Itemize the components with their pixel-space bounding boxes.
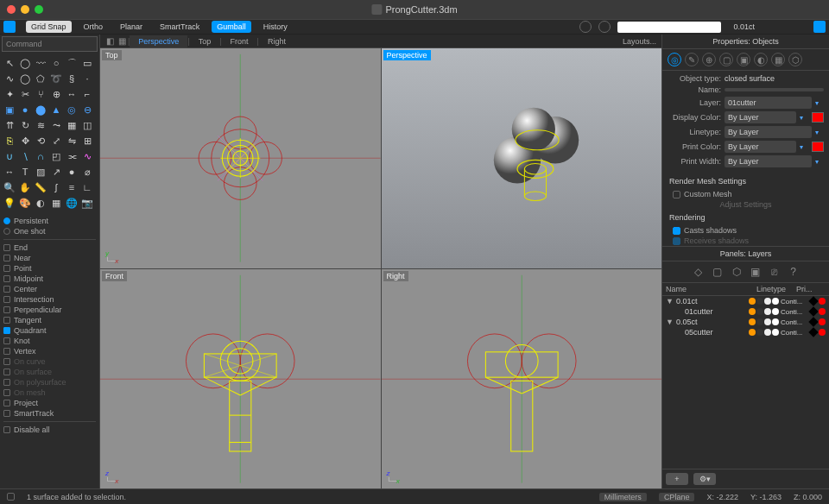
tool-light[interactable]: 💡: [2, 195, 17, 211]
print-color-swatch[interactable]: [812, 142, 824, 152]
layer-add-btn[interactable]: +: [666, 473, 688, 485]
tool-ellipse[interactable]: ◯: [17, 71, 33, 86]
viewport-right[interactable]: Right z└─x: [382, 269, 662, 489]
tool-trim[interactable]: ✂: [17, 86, 33, 102]
tool-zoom[interactable]: 🔍: [2, 180, 17, 195]
layers-tab-5-icon[interactable]: ⎚: [768, 265, 782, 279]
osnap-persistent[interactable]: Persistent: [3, 216, 96, 226]
osnap-smarttrack[interactable]: SmartTrack: [3, 408, 96, 419]
tool-patch[interactable]: ◫: [79, 117, 95, 133]
tool-render[interactable]: 🎨: [17, 195, 33, 211]
viewport-front[interactable]: Front: [100, 269, 381, 489]
layer-row[interactable]: ▼0.01ct Conti...: [662, 296, 829, 306]
tool-rect[interactable]: ▭: [79, 55, 95, 71]
window-minimize[interactable]: [21, 5, 29, 14]
tab-front[interactable]: Front: [222, 35, 257, 47]
osnap-midpoint[interactable]: Midpoint: [3, 274, 96, 284]
tool-point[interactable]: ·: [79, 71, 95, 86]
prop-tab-6-icon[interactable]: ◐: [754, 53, 768, 66]
tool-fillet[interactable]: ⌐: [79, 86, 95, 102]
cplane-dropdown[interactable]: CPlane: [659, 493, 695, 501]
app-badge-right[interactable]: [813, 21, 826, 33]
command-prompt[interactable]: Command: [2, 36, 98, 52]
print-color-select[interactable]: By Layer: [725, 141, 796, 153]
osnap-near[interactable]: Near: [3, 253, 96, 263]
layers-tab-1-icon[interactable]: ◇: [692, 265, 706, 279]
tool-join[interactable]: ⊕: [48, 86, 64, 102]
tool-box[interactable]: ▣: [2, 102, 17, 117]
tool-copy[interactable]: ⎘: [2, 133, 17, 148]
layers-tab-help-icon[interactable]: ?: [787, 265, 801, 279]
custom-mesh-check[interactable]: Custom Mesh: [662, 189, 829, 199]
tool-union[interactable]: ∪: [2, 148, 17, 164]
tool-arc[interactable]: ⌒: [64, 55, 79, 71]
osnap-intersection[interactable]: Intersection: [3, 294, 96, 305]
tool-edge[interactable]: ∟: [79, 180, 95, 195]
osnap-point[interactable]: Point: [3, 263, 96, 274]
tab-perspective[interactable]: Perspective: [130, 35, 187, 47]
display-color-select[interactable]: By Layer: [725, 111, 796, 123]
tool-curve[interactable]: ∿: [2, 71, 17, 86]
prop-tab-object-icon[interactable]: ◎: [668, 53, 681, 66]
tool-loft[interactable]: ≋: [33, 117, 48, 133]
tool-leader[interactable]: ↗: [48, 164, 64, 180]
tool-flow[interactable]: ∿: [79, 148, 95, 164]
tool-intersect[interactable]: ∩: [33, 148, 48, 164]
tool-torus[interactable]: ◎: [64, 102, 79, 117]
toolbar-circle-1[interactable]: [579, 21, 592, 33]
osnap-quadrant[interactable]: Quadrant: [3, 325, 96, 336]
tool-network[interactable]: ▦: [64, 117, 79, 133]
tool-extrude[interactable]: ⇈: [2, 117, 17, 133]
tool-split[interactable]: ⑂: [33, 86, 48, 102]
app-badge-left[interactable]: [3, 21, 16, 33]
prop-tab-material-icon[interactable]: ✎: [685, 53, 699, 66]
gumball-toggle[interactable]: Gumball: [212, 21, 251, 33]
tool-pointer[interactable]: ↖: [2, 55, 17, 71]
tab-right[interactable]: Right: [259, 35, 294, 47]
tool-polygon[interactable]: ⬠: [33, 71, 48, 86]
tool-diff[interactable]: ∖: [17, 148, 33, 164]
prop-tab-4-icon[interactable]: ▢: [719, 53, 733, 66]
grid-snap-toggle[interactable]: Grid Snap: [26, 21, 72, 33]
tool-spiral[interactable]: ➰: [48, 71, 64, 86]
tool-dim[interactable]: ↔: [2, 164, 17, 180]
ortho-toggle[interactable]: Ortho: [79, 21, 109, 33]
layer-col-name[interactable]: Name: [666, 285, 756, 293]
tool-pan[interactable]: ✋: [17, 180, 33, 195]
osnap-perpendicular[interactable]: Perpendicular: [3, 305, 96, 315]
tool-pipe[interactable]: ⊖: [79, 102, 95, 117]
tool-mirror[interactable]: ⇋: [64, 133, 79, 148]
tool-extend[interactable]: ↔: [64, 86, 79, 102]
layouts-link[interactable]: Layouts...: [623, 37, 656, 46]
tool-analyze[interactable]: 📏: [33, 180, 48, 195]
tool-circle[interactable]: ○: [48, 55, 64, 71]
osnap-vertex[interactable]: Vertex: [3, 346, 96, 356]
tool-env[interactable]: 🌐: [64, 195, 79, 211]
tool-helix[interactable]: §: [64, 71, 79, 86]
tool-dot[interactable]: ●: [64, 164, 79, 180]
osnap-knot[interactable]: Knot: [3, 336, 96, 346]
layer-row[interactable]: ▼0.05ct Conti...: [662, 317, 829, 327]
prop-tab-texture-icon[interactable]: ⊕: [702, 53, 716, 66]
layers-tab-4-icon[interactable]: ▣: [749, 265, 763, 279]
osnap-center[interactable]: Center: [3, 284, 96, 294]
viewport-perspective[interactable]: Perspective: [382, 48, 662, 268]
prop-tab-5-icon[interactable]: ▣: [737, 53, 750, 66]
tool-scale[interactable]: ⤢: [48, 133, 64, 148]
tool-cylinder[interactable]: ⬤: [33, 102, 48, 117]
osnap-one-shot[interactable]: One shot: [3, 226, 96, 236]
gem-input[interactable]: [617, 22, 721, 33]
units-dropdown[interactable]: Millimeters: [599, 493, 647, 501]
layer-col-pri[interactable]: Pri...: [796, 285, 813, 293]
status-check[interactable]: [7, 493, 15, 501]
osnap-project[interactable]: Project: [3, 398, 96, 408]
vp-layout-icon[interactable]: ▦: [116, 36, 128, 46]
linetype-select[interactable]: By Layer: [725, 126, 812, 138]
tool-shell[interactable]: ◰: [48, 148, 64, 164]
name-input[interactable]: [725, 88, 824, 91]
layer-row[interactable]: 05cutter Conti...: [662, 327, 829, 337]
viewport-top[interactable]: Top: [100, 48, 381, 268]
tool-revolve[interactable]: ↻: [17, 117, 33, 133]
tool-lasso[interactable]: ◯: [17, 55, 33, 71]
display-color-swatch[interactable]: [812, 112, 824, 123]
